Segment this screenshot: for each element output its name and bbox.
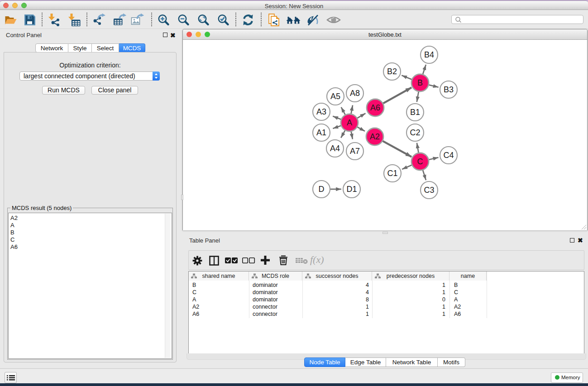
svg-text:C1: C1 — [387, 169, 397, 178]
svg-text:A7: A7 — [350, 147, 360, 156]
svg-text:A6: A6 — [370, 103, 380, 112]
svg-text:A4: A4 — [330, 144, 340, 153]
svg-text:A5: A5 — [330, 92, 340, 101]
svg-text:A: A — [347, 118, 352, 127]
svg-text:B1: B1 — [410, 108, 420, 117]
svg-text:B4: B4 — [424, 50, 434, 59]
svg-text:C4: C4 — [443, 151, 454, 160]
svg-text:B2: B2 — [387, 67, 397, 76]
svg-text:D: D — [319, 185, 325, 194]
svg-text:C2: C2 — [410, 128, 420, 137]
svg-text:C3: C3 — [424, 186, 434, 195]
svg-text:A8: A8 — [350, 89, 360, 98]
svg-text:A2: A2 — [370, 132, 380, 141]
svg-text:A3: A3 — [316, 107, 326, 116]
svg-text:A1: A1 — [316, 128, 326, 137]
svg-text:B: B — [417, 78, 423, 87]
svg-text:D1: D1 — [346, 185, 357, 194]
svg-text:C: C — [417, 157, 423, 166]
svg-text:B3: B3 — [444, 85, 454, 94]
